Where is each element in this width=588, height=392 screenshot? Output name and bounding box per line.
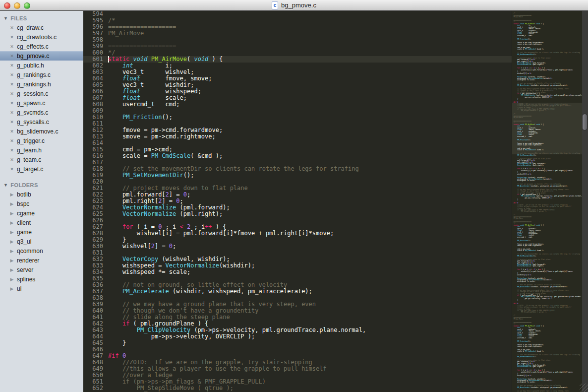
code-line[interactable]: 613 smove = pm->cmd.rightmove; — [83, 133, 512, 140]
sidebar-folder-item[interactable]: ▶splines — [0, 274, 83, 284]
code-line[interactable]: 637 PM_Accelerate (wishdir, wishspeed, p… — [83, 288, 512, 295]
sidebar-file-item[interactable]: ✕g_rankings.h — [0, 79, 83, 89]
window-title: bg_pmove.c — [281, 1, 316, 9]
folder-disclosure-icon: ▶ — [10, 230, 14, 235]
window-resize-grip[interactable] — [580, 384, 588, 392]
close-file-icon[interactable]: ✕ — [10, 101, 14, 106]
sidebar-file-item[interactable]: ✕cg_drawtools.c — [0, 32, 83, 42]
sidebar-file-item[interactable]: ✕g_svcmds.c — [0, 108, 83, 117]
minimap[interactable]: /*===================PM_AirMove=========… — [512, 11, 582, 392]
window-titlebar: c bg_pmove.c — [0, 0, 588, 11]
item-label: game — [17, 229, 32, 236]
sidebar-folder-item[interactable]: ▶qcommon — [0, 246, 83, 256]
item-label: g_public.h — [17, 62, 44, 69]
code-line[interactable]: 616 scale = PM_CmdScale( &cmd ); — [83, 153, 512, 159]
close-file-icon[interactable]: ✕ — [10, 120, 14, 125]
sidebar-folder-item[interactable]: ▶renderer — [0, 256, 83, 265]
sidebar-folders-list: ▶botlib▶bspc▶cgame▶client▶game▶q3_ui▶qco… — [0, 190, 83, 293]
close-file-icon[interactable]: ✕ — [10, 63, 14, 68]
close-file-icon[interactable]: ✕ — [10, 138, 14, 143]
sidebar-file-item[interactable]: ✕g_team.h — [0, 145, 83, 155]
folder-disclosure-icon: ▶ — [10, 239, 14, 244]
sidebar-folder-item[interactable]: ▶ui — [0, 284, 83, 293]
code-line[interactable]: 634 wishspeed *= scale; — [83, 269, 512, 275]
code-line[interactable]: 619 PM_SetMovementDir(); — [83, 172, 512, 179]
sidebar-file-item[interactable]: ✕cg_draw.c — [0, 23, 83, 32]
close-file-icon[interactable]: ✕ — [10, 54, 14, 59]
sidebar-folder-item[interactable]: ▶bspc — [0, 199, 83, 208]
close-file-icon[interactable]: ✕ — [10, 157, 14, 162]
code-line[interactable]: 646 — [83, 346, 512, 353]
item-label: g_team.c — [17, 156, 41, 163]
sidebar-file-item[interactable]: ✕bg_slidemove.c — [0, 127, 83, 136]
scrollbar-track[interactable] — [582, 11, 588, 392]
sidebar-folder-item[interactable]: ▶client — [0, 218, 83, 227]
item-label: ui — [17, 285, 21, 292]
sidebar-file-item[interactable]: ✕bg_pmove.c — [0, 51, 83, 61]
code-editor[interactable]: 594595/*596===================597PM_AirM… — [83, 11, 512, 392]
sidebar-file-item[interactable]: ✕g_public.h — [0, 61, 83, 70]
code-line[interactable]: 599=================== — [83, 43, 512, 50]
close-file-icon[interactable]: ✕ — [10, 82, 14, 87]
minimap-page: /*===================PM_AirMove=========… — [512, 11, 582, 112]
close-file-icon[interactable]: ✕ — [10, 72, 14, 77]
minimap-page: /*===================PM_AirMove=========… — [512, 313, 582, 392]
sidebar-file-item[interactable]: ✕g_session.c — [0, 89, 83, 98]
sidebar-file-item[interactable]: ✕g_syscalls.c — [0, 117, 83, 127]
sidebar-folder-item[interactable]: ▶botlib — [0, 190, 83, 199]
sidebar-file-item[interactable]: ✕g_target.c — [0, 164, 83, 174]
code-line[interactable]: 594 — [83, 11, 512, 17]
close-file-icon[interactable]: ✕ — [10, 148, 14, 153]
code-line[interactable]: 630 wishvel[2] = 0; — [83, 243, 512, 250]
item-label: bspc — [17, 200, 29, 207]
item-label: cgame — [17, 210, 35, 217]
minimap-page: /*===================PM_AirMove=========… — [512, 212, 582, 313]
sidebar-folder-item[interactable]: ▶q3_ui — [0, 237, 83, 246]
folder-disclosure-icon: ▶ — [10, 220, 14, 225]
code-line[interactable]: 610 PM_Friction(); — [83, 114, 512, 121]
sidebar-file-item[interactable]: ✕cg_effects.c — [0, 42, 83, 51]
item-label: server — [17, 266, 33, 273]
sidebar-file-item[interactable]: ✕g_spawn.c — [0, 98, 83, 108]
code-line[interactable]: 608 usercmd_t cmd; — [83, 101, 512, 108]
close-file-icon[interactable]: ✕ — [10, 129, 14, 134]
close-file-icon[interactable]: ✕ — [10, 35, 14, 40]
document-icon: c — [272, 1, 278, 9]
files-section-header[interactable]: ▼ FILES — [0, 14, 83, 23]
close-file-icon[interactable]: ✕ — [10, 110, 14, 115]
scrollbar-thumb[interactable] — [582, 114, 588, 131]
code-line[interactable]: 596=================== — [83, 24, 512, 30]
title-group: c bg_pmove.c — [272, 1, 316, 9]
app-window: c bg_pmove.c ▼ FILES ✕cg_draw.c✕cg_drawt… — [0, 0, 588, 392]
minimize-window-button[interactable] — [14, 2, 20, 9]
folder-disclosure-icon: ▶ — [10, 201, 14, 206]
folder-disclosure-icon: ▶ — [10, 249, 14, 254]
code-line[interactable]: 645 } — [83, 340, 512, 346]
close-file-icon[interactable]: ✕ — [10, 44, 14, 49]
section-disclosure-icon: ▼ — [3, 183, 8, 188]
minimap-page: /*===================PM_AirMove=========… — [512, 112, 582, 212]
code-line[interactable]: 628 wishvel[i] = pml.forward[i]*fmove + … — [83, 230, 512, 237]
sidebar-file-item[interactable]: ✕g_rankings.c — [0, 70, 83, 79]
code-line[interactable]: 644 pm->ps->velocity, OVERCLIP ); — [83, 333, 512, 340]
close-window-button[interactable] — [4, 2, 10, 9]
close-file-icon[interactable]: ✕ — [10, 25, 14, 30]
sidebar-folder-item[interactable]: ▶server — [0, 265, 83, 274]
sidebar-folder-item[interactable]: ▶cgame — [0, 208, 83, 218]
item-label: g_team.h — [17, 147, 42, 154]
sidebar-file-item[interactable]: ✕g_trigger.c — [0, 136, 83, 145]
code-line[interactable]: 597PM_AirMove — [83, 30, 512, 37]
item-label: client — [17, 219, 31, 226]
close-file-icon[interactable]: ✕ — [10, 167, 14, 172]
item-label: g_rankings.h — [17, 81, 51, 88]
code-line[interactable]: 625 VectorNormalize (pml.right); — [83, 211, 512, 217]
zoom-window-button[interactable] — [24, 2, 30, 9]
code-line[interactable]: 652 PM_StepSlideMove ( qtrue ); — [83, 385, 512, 392]
traffic-lights — [4, 0, 30, 11]
close-file-icon[interactable]: ✕ — [10, 91, 14, 96]
folders-section-header[interactable]: ▼ FOLDERS — [0, 181, 83, 190]
sidebar-folder-item[interactable]: ▶game — [0, 227, 83, 237]
item-label: renderer — [17, 257, 39, 264]
sidebar-file-item[interactable]: ✕g_team.c — [0, 155, 83, 164]
folder-disclosure-icon: ▶ — [10, 258, 14, 263]
